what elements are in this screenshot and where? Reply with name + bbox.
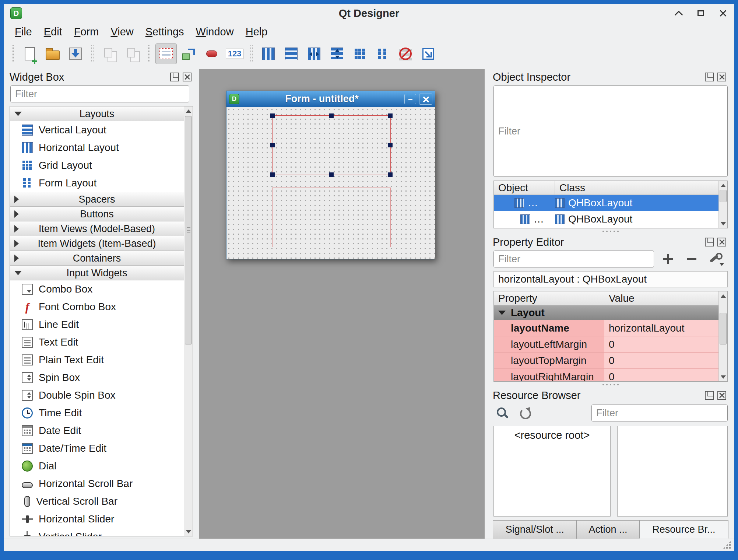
widget-item-horizontal-layout[interactable]: Horizontal Layout [10,139,184,157]
layout-vertical-splitter-button[interactable] [326,43,348,64]
edit-signals-slots-button[interactable] [178,43,200,64]
resource-view[interactable] [617,426,728,517]
widget-item-datetime-edit[interactable]: Date/Time Edit [10,440,184,457]
object-inspector-close-button[interactable] [717,73,726,81]
widget-item-plain-text-edit[interactable]: Plain Text Edit [10,351,184,369]
layout-horizontal-splitter-button[interactable] [303,43,325,64]
widget-item-vertical-scroll-bar[interactable]: Vertical Scroll Bar [10,493,184,510]
menu-form[interactable]: Form [68,24,105,39]
resize-handle[interactable] [388,113,393,118]
category-buttons[interactable]: Buttons [10,207,184,221]
layout-grid-button[interactable] [349,43,370,64]
column-property[interactable]: Property [494,291,604,305]
widget-item-date-edit[interactable]: Date Edit [10,422,184,440]
edit-tab-order-button[interactable]: 123 [224,43,245,64]
mdi-area[interactable]: D Form - untitled* [199,69,485,539]
widget-item-form-layout[interactable]: Form Layout [10,174,184,192]
widget-item-double-spin-box[interactable]: Double Spin Box [10,386,184,404]
widget-item-horizontal-slider[interactable]: Horizontal Slider [10,510,184,528]
widget-item-vertical-slider[interactable]: Vertical Slider [10,528,184,536]
resize-handle[interactable] [388,143,393,147]
category-input-widgets[interactable]: Input Widgets [10,266,184,280]
tab-resource-browser[interactable]: Resource Br... [639,520,728,539]
form-minimize-button[interactable] [404,94,416,104]
column-object[interactable]: Object [494,181,555,195]
scrollbar-thumb[interactable] [720,313,727,344]
object-inspector-float-button[interactable] [705,73,714,81]
scroll-down-icon[interactable] [719,219,727,228]
menu-window[interactable]: Window [190,24,240,39]
object-row[interactable]: … QHBoxLayout [494,195,718,211]
object-inspector-scrollbar[interactable] [718,181,727,228]
scroll-up-icon[interactable] [719,291,727,300]
widget-box-float-button[interactable] [170,73,179,81]
widget-item-dial[interactable]: Dial [10,457,184,475]
scroll-up-icon[interactable] [719,181,727,190]
shade-button[interactable] [674,8,683,18]
layout-vertical-button[interactable] [281,43,302,64]
property-row[interactable]: layoutTopMargin 0 [494,353,718,369]
widget-box-scrollbar[interactable] [184,106,193,536]
copy-button[interactable] [99,43,120,64]
menu-settings[interactable]: Settings [140,24,190,39]
widget-item-grid-layout[interactable]: Grid Layout [10,157,184,174]
property-editor-scrollbar[interactable] [718,291,727,381]
new-form-button[interactable] [19,43,41,64]
widget-item-combo-box[interactable]: Combo Box [10,280,184,298]
scrollbar-thumb[interactable] [720,190,727,202]
category-containers[interactable]: Containers [10,251,184,266]
layout-horizontal-button[interactable] [258,43,279,64]
configure-property-editor-button[interactable] [706,251,725,267]
property-row[interactable]: layoutLeftMargin 0 [494,336,718,353]
resource-browser-filter-input[interactable] [591,405,728,421]
reload-resources-button[interactable] [516,405,534,421]
form-titlebar[interactable]: D Form - untitled* [226,91,435,107]
resize-handle[interactable] [329,172,334,177]
property-value[interactable]: horizontalLayout [604,320,718,336]
category-item-widgets[interactable]: Item Widgets (Item-Based) [10,236,184,251]
edit-widgets-button[interactable] [155,43,177,64]
scroll-down-icon[interactable] [184,527,193,536]
widget-box-filter-input[interactable] [10,85,189,102]
property-row[interactable]: layoutRightMargin 0 [494,369,718,382]
property-editor-filter-input[interactable] [493,251,654,267]
widget-item-font-combo-box[interactable]: f Font Combo Box [10,298,184,316]
break-layout-button[interactable] [395,43,416,64]
menu-file[interactable]: File [9,24,38,39]
resize-handle[interactable] [270,143,275,147]
dock-splitter-handle[interactable] [493,228,728,234]
widget-item-vertical-layout[interactable]: Vertical Layout [10,121,184,139]
scroll-down-icon[interactable] [719,372,727,381]
property-value[interactable]: 0 [604,336,718,353]
scroll-up-icon[interactable] [184,106,193,115]
widget-item-text-edit[interactable]: Text Edit [10,333,184,351]
form-editor-window[interactable]: D Form - untitled* [226,91,435,259]
layout-rect[interactable] [272,188,391,247]
resource-browser-float-button[interactable] [705,391,714,400]
edit-resources-button[interactable] [493,405,512,421]
object-inspector-filter-input[interactable] [493,85,728,177]
form-close-button[interactable] [419,94,432,105]
edit-buddies-button[interactable] [201,43,222,64]
object-row[interactable]: … QHBoxLayout [494,211,718,227]
resize-grip[interactable] [723,540,731,549]
widget-item-spin-box[interactable]: Spin Box [10,369,184,386]
resize-handle[interactable] [329,113,334,118]
scrollbar-thumb[interactable] [185,116,192,344]
menu-view[interactable]: View [105,24,139,39]
category-item-views[interactable]: Item Views (Model-Based) [10,221,184,236]
menu-help[interactable]: Help [240,24,274,39]
resize-handle[interactable] [388,172,393,177]
layout-form-button[interactable] [372,43,393,64]
tab-signal-slot-editor[interactable]: Signal/Slot ... [493,520,577,539]
widget-item-line-edit[interactable]: Line Edit [10,316,184,333]
property-value[interactable]: 0 [604,353,718,369]
property-group-layout[interactable]: Layout [494,305,718,320]
widget-item-horizontal-scroll-bar[interactable]: Horizontal Scroll Bar [10,475,184,493]
save-form-button[interactable] [65,43,86,64]
dock-splitter-handle[interactable] [493,382,728,388]
resource-root-item[interactable]: <resource root> [514,429,590,441]
selected-layout-rect[interactable] [272,115,391,175]
category-layouts[interactable]: Layouts [10,106,184,121]
column-value[interactable]: Value [604,291,718,305]
